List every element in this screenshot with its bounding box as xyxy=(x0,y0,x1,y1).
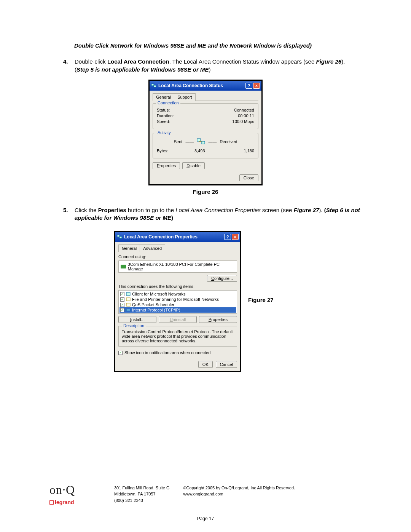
bytes-sent: 3,493 xyxy=(171,149,229,153)
activity-dash-1: —— xyxy=(185,139,194,144)
bytes-label: Bytes: xyxy=(157,149,169,153)
sent-label: Sent xyxy=(174,139,183,144)
activity-dash-2: —— xyxy=(208,139,217,144)
client-icon xyxy=(126,292,131,296)
figure-27-caption: Figure 27 xyxy=(248,297,274,303)
description-legend: Description xyxy=(122,323,146,328)
activity-computers-icon xyxy=(197,138,205,145)
step-4: 4. Double-click Local Area Connection. T… xyxy=(49,58,362,73)
step-5: 5. Click the Properties button to go to … xyxy=(49,206,362,222)
step5-pre: Click the xyxy=(75,207,98,213)
activity-legend: Activity xyxy=(156,130,172,135)
addr-phone: (800)-321-2343 xyxy=(114,497,170,504)
figure-26-dialog: Local Area Connection Status ? × General… xyxy=(148,80,263,185)
help-icon[interactable]: ? xyxy=(245,83,252,89)
bytes-received: 1,180 xyxy=(231,149,254,153)
checkbox-icon[interactable]: ✓ xyxy=(120,292,124,296)
step5-mid: button to go to the xyxy=(126,207,175,213)
svg-rect-8 xyxy=(126,298,130,301)
step-5-number: 5. xyxy=(63,206,75,222)
close-icon[interactable]: × xyxy=(253,83,260,89)
step-4-body: Double-click Local Area Connection. The … xyxy=(75,58,362,73)
disable-button[interactable]: Disable xyxy=(182,162,205,169)
fig26-title: Local Area Connection Status xyxy=(158,83,245,88)
list-item[interactable]: ✓ File and Printer Sharing for Microsoft… xyxy=(119,297,236,302)
step5-bold: Properties xyxy=(98,207,126,213)
tab-general[interactable]: General xyxy=(153,93,174,101)
speed-label: Speed: xyxy=(157,119,170,124)
status-label: Status: xyxy=(157,108,170,112)
step4-note: Step 5 is not applicable for Windows 98S… xyxy=(76,66,209,73)
description-group: Description Transmission Control Protoco… xyxy=(118,326,237,347)
uses-items-label: This connection uses the following items… xyxy=(118,284,237,289)
step-4-number: 4. xyxy=(63,58,75,73)
step5-post: screen (see xyxy=(261,207,294,213)
connect-using-label: Connect using: xyxy=(118,254,237,259)
connection-group: Connection Status:Connected Duration:00:… xyxy=(153,103,258,129)
addr-line-1: 301 Fulling Mill Road, Suite G xyxy=(114,485,170,491)
fig26-titlebar: Local Area Connection Status ? × xyxy=(150,81,261,91)
cancel-button[interactable]: Cancel xyxy=(216,361,237,368)
legrand-logo: legrand xyxy=(49,499,99,505)
addr-line-2: Middletown, PA 17057 xyxy=(114,491,170,497)
help-icon[interactable]: ? xyxy=(224,234,231,240)
step-5-body: Click the Properties button to go to the… xyxy=(75,206,362,222)
step4-figref: Figure 26 xyxy=(316,58,341,65)
checkbox-icon[interactable]: ✓ xyxy=(120,303,124,307)
step4-bold: Local Area Connection xyxy=(107,58,169,65)
list-item-selected[interactable]: ✓ Internet Protocol (TCP/IP) xyxy=(119,307,236,313)
network-icon xyxy=(117,234,122,240)
description-text: Transmission Control Protocol/Internet P… xyxy=(122,329,234,343)
item-label: QoS Packet Scheduler xyxy=(132,302,174,307)
nic-name: 3Com EtherLink XL 10/100 PCI For Complet… xyxy=(128,262,235,271)
uninstall-button: Uninstall xyxy=(159,316,197,323)
show-icon-label: Show icon in notification area when conn… xyxy=(124,350,210,355)
close-button[interactable]: Close xyxy=(239,174,258,181)
step5-paren-close: ) xyxy=(171,214,173,221)
checkbox-icon[interactable]: ✓ xyxy=(120,297,124,302)
activity-group: Activity Sent —— —— Received Bytes: 3,49… xyxy=(153,133,258,158)
tab-advanced[interactable]: Advanced xyxy=(140,244,165,252)
status-value: Connected xyxy=(234,108,254,112)
show-icon-checkbox[interactable]: ✓ xyxy=(118,351,123,355)
footer-url: www.onqlegrand.com xyxy=(183,491,295,497)
checkbox-icon[interactable]: ✓ xyxy=(120,308,124,312)
item-label: File and Printer Sharing for Microsoft N… xyxy=(132,297,219,302)
list-item[interactable]: ✓ Client for Microsoft Networks xyxy=(119,291,236,297)
item-properties-button[interactable]: Properties xyxy=(199,316,237,323)
duration-value: 00:00:11 xyxy=(238,113,254,118)
svg-rect-7 xyxy=(126,292,130,296)
nic-field: 3Com EtherLink XL 10/100 PCI For Complet… xyxy=(118,260,237,273)
speed-value: 100.0 Mbps xyxy=(233,119,254,124)
connection-legend: Connection xyxy=(156,101,180,105)
network-icon xyxy=(151,83,156,88)
items-listbox[interactable]: ✓ Client for Microsoft Networks ✓ File a… xyxy=(118,290,237,314)
svg-rect-9 xyxy=(126,303,130,306)
legrand-square-icon xyxy=(49,500,54,505)
ok-button[interactable]: OK xyxy=(198,361,213,368)
page-number: Page 17 xyxy=(0,516,411,521)
step5-post2: ). xyxy=(319,207,324,213)
list-item[interactable]: ✓ QoS Packet Scheduler xyxy=(119,302,236,307)
nic-card-icon xyxy=(121,265,126,268)
tab-general[interactable]: General xyxy=(118,244,140,252)
intro-italic-text: Double Click Network for Windows 98SE an… xyxy=(74,42,362,50)
protocol-icon xyxy=(126,308,131,312)
legrand-text: legrand xyxy=(55,499,74,505)
close-icon[interactable]: × xyxy=(232,234,239,240)
properties-button[interactable]: Properties xyxy=(153,162,180,169)
fig27-titlebar: Local Area Connection Properties ? × xyxy=(115,232,240,242)
tab-support[interactable]: Support xyxy=(174,93,196,101)
step4-post: ). xyxy=(341,58,345,65)
footer-copyright: ©Copyright 2005 by On-Q/Legrand, Inc All… xyxy=(183,485,295,504)
configure-button[interactable]: Configure... xyxy=(207,275,237,282)
svg-rect-10 xyxy=(126,309,130,311)
copyright-text: ©Copyright 2005 by On-Q/Legrand, Inc All… xyxy=(183,485,295,491)
step5-figref: Figure 27 xyxy=(294,207,319,213)
duration-label: Duration: xyxy=(157,113,174,118)
fig27-title: Local Area Connection Properties xyxy=(124,234,224,240)
step4-paren-close: ) xyxy=(209,66,210,73)
figure-26-caption: Figure 26 xyxy=(49,189,362,195)
install-button[interactable]: Install... xyxy=(118,316,156,323)
footer-logo: on·Q legrand xyxy=(49,483,99,505)
